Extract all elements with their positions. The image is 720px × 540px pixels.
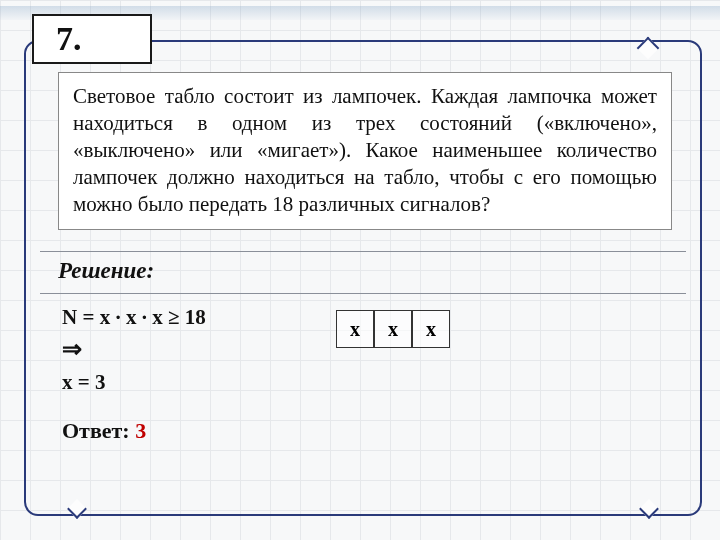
equation-line: N = x · x · x ≥ 18 [62, 302, 206, 332]
problem-statement: Световое табло состоит из лампочек. Кажд… [58, 72, 672, 230]
divider-1 [40, 251, 686, 252]
problem-number: 7. [56, 20, 82, 58]
answer-value: 3 [135, 418, 146, 443]
lamp-cell: x [412, 310, 450, 348]
answer-line: Ответ: 3 [62, 418, 146, 444]
problem-number-box: 7. [32, 14, 152, 64]
lamp-cells: x x x [336, 310, 450, 348]
lamp-cell: x [374, 310, 412, 348]
frame-notch-br [639, 499, 659, 519]
solution-label: Решение: [58, 258, 154, 284]
implies-arrow: ⇒ [62, 332, 206, 367]
solution-body: N = x · x · x ≥ 18 ⇒ x = 3 [62, 302, 206, 398]
result-line: x = 3 [62, 367, 206, 397]
lamp-cell: x [336, 310, 374, 348]
answer-label: Ответ: [62, 418, 130, 443]
frame-notch-bl [67, 499, 87, 519]
divider-2 [40, 293, 686, 294]
